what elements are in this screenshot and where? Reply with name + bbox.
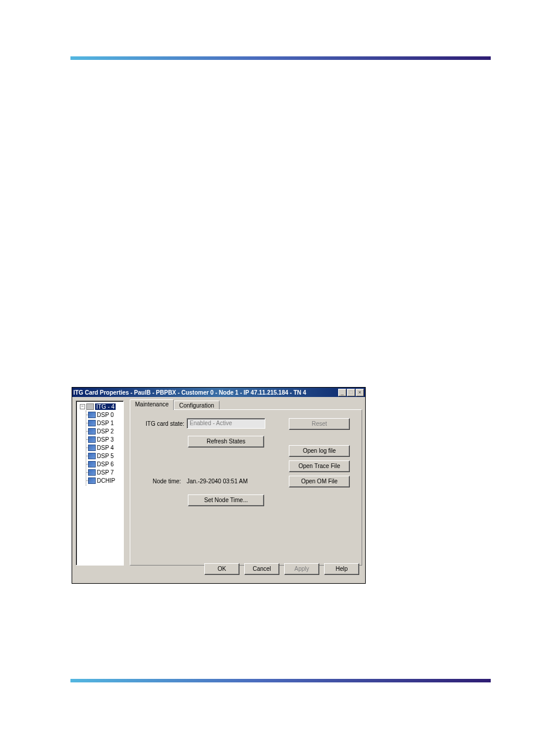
reset-button[interactable]: Reset bbox=[289, 418, 350, 430]
tree-item-dsp2[interactable]: DSP 2 bbox=[80, 427, 122, 435]
tree-item-dsp1[interactable]: DSP 1 bbox=[80, 419, 122, 427]
page-bottom-rule bbox=[70, 679, 491, 682]
apply-button[interactable]: Apply bbox=[284, 563, 319, 575]
node-time-value: Jan.-29-2040 03:51 AM bbox=[187, 478, 248, 484]
tree-root-row[interactable]: − ITG - 4 bbox=[80, 402, 122, 410]
tab-maintenance[interactable]: Maintenance bbox=[130, 399, 174, 410]
page-top-rule bbox=[70, 56, 491, 60]
tree-item-dchip[interactable]: DCHIP bbox=[80, 476, 122, 484]
titlebar: ITG Card Properties - PaulB - PBPBX - Cu… bbox=[72, 388, 365, 397]
card-state-label: ITG card state: bbox=[146, 420, 184, 427]
set-node-time-button[interactable]: Set Node Time... bbox=[188, 494, 264, 506]
maximize-button[interactable]: □ bbox=[347, 389, 355, 396]
tree-item-dsp5[interactable]: DSP 5 bbox=[80, 452, 122, 460]
window-buttons: _ □ × bbox=[338, 389, 364, 396]
tree-item-dsp0[interactable]: DSP 0 bbox=[80, 410, 122, 419]
cancel-button[interactable]: Cancel bbox=[244, 563, 279, 575]
tabstrip: Maintenance Configuration bbox=[130, 399, 220, 410]
card-icon bbox=[86, 403, 94, 410]
refresh-states-button[interactable]: Refresh States bbox=[188, 436, 264, 447]
open-log-file-button[interactable]: Open log file bbox=[289, 445, 350, 457]
minimize-button[interactable]: _ bbox=[338, 389, 346, 396]
collapse-icon[interactable]: − bbox=[80, 404, 85, 409]
window-title: ITG Card Properties - PaulB - PBPBX - Cu… bbox=[73, 389, 338, 396]
open-om-file-button[interactable]: Open OM File bbox=[289, 476, 350, 487]
tree-item-dsp7[interactable]: DSP 7 bbox=[80, 468, 122, 476]
tree-item-dsp6[interactable]: DSP 6 bbox=[80, 460, 122, 468]
open-trace-file-button[interactable]: Open Trace File bbox=[289, 460, 350, 472]
ok-button[interactable]: OK bbox=[204, 563, 239, 575]
dialog-window: ITG Card Properties - PaulB - PBPBX - Cu… bbox=[72, 387, 366, 584]
tree-root-label[interactable]: ITG - 4 bbox=[95, 403, 116, 410]
help-button[interactable]: Help bbox=[324, 563, 359, 575]
tree-item-dsp3[interactable]: DSP 3 bbox=[80, 435, 122, 443]
card-state-field: Enabled - Active bbox=[187, 418, 265, 429]
tree-panel[interactable]: − ITG - 4 DSP 0 DSP 1 DSP 2 DSP 3 DSP 4 … bbox=[76, 401, 124, 566]
close-button[interactable]: × bbox=[356, 389, 364, 396]
client-area: − ITG - 4 DSP 0 DSP 1 DSP 2 DSP 3 DSP 4 … bbox=[72, 397, 365, 583]
tree-item-dsp4[interactable]: DSP 4 bbox=[80, 443, 122, 452]
maintenance-panel: ITG card state: Enabled - Active Refresh… bbox=[130, 409, 362, 566]
node-time-label: Node time: bbox=[153, 478, 181, 484]
dialog-button-bar: OK Cancel Apply Help bbox=[72, 563, 365, 580]
